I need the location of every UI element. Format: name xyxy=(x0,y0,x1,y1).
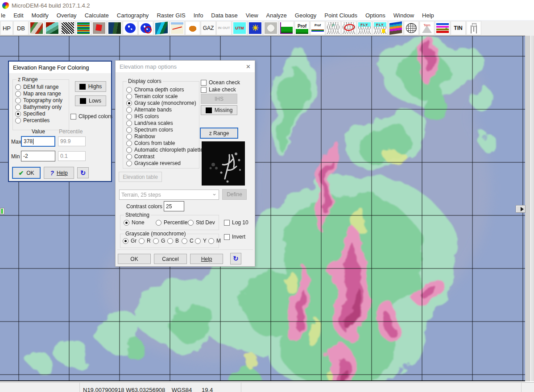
toolbar-button-wire-globe[interactable] xyxy=(404,21,419,35)
options-cancel-button[interactable]: Cancel xyxy=(154,254,187,264)
toolbar-button-gazetteer[interactable]: GAZ xyxy=(201,21,216,35)
toolbar-button-stripes[interactable] xyxy=(76,21,91,35)
toolbar-button-globe-select[interactable] xyxy=(138,21,153,35)
clipped-colors-checkbox[interactable]: Clipped colors xyxy=(70,113,112,120)
invert-checkbox[interactable]: Invert xyxy=(224,234,245,240)
menu-analyze[interactable]: Analyze xyxy=(262,11,291,20)
menu-raster-gis[interactable]: Raster GIS xyxy=(153,11,189,20)
radio-bathymetry-only[interactable]: Bathymetry only xyxy=(15,104,62,110)
radio-specified[interactable]: Specified xyxy=(15,111,45,117)
contrast-colors-input[interactable]: 25 xyxy=(164,201,184,211)
ok-button[interactable]: OK xyxy=(12,167,41,179)
toolbar-button-shapefile[interactable]: HP xyxy=(0,21,13,35)
radio-land-sea-scales[interactable]: Land/sea scales xyxy=(126,120,173,126)
radio-topography-only[interactable]: Topography only xyxy=(15,97,62,103)
menu-info[interactable]: Info xyxy=(190,11,207,20)
radio-gray-c[interactable]: C xyxy=(182,238,194,244)
menu-modify[interactable]: Modify xyxy=(28,11,53,20)
ihs-button[interactable]: IHS xyxy=(201,94,237,104)
radio-chroma-depth[interactable]: Chroma depth colors xyxy=(126,87,184,93)
options-redraw-button[interactable] xyxy=(230,253,241,264)
lake-check-checkbox[interactable]: Lake check xyxy=(201,87,236,93)
options-ok-button[interactable]: OK xyxy=(118,254,151,264)
radio-alternate-bands[interactable]: Alternate bands xyxy=(126,107,172,113)
ocean-check-checkbox[interactable]: Ocean check xyxy=(201,79,240,86)
radio-stretch-none[interactable]: None xyxy=(124,219,145,226)
radio-percentiles[interactable]: Percentiles xyxy=(15,117,50,124)
menu-view[interactable]: View xyxy=(242,11,262,20)
toolbar-button-dem-2[interactable] xyxy=(45,21,60,35)
radio-circle[interactable] xyxy=(15,104,21,110)
radio-terrain-color-scale[interactable]: Terrain color scale xyxy=(126,93,178,99)
toolbar-button-satellite[interactable] xyxy=(91,21,107,35)
toolbar-button-dem-1[interactable] xyxy=(29,21,44,35)
radio-gray-scale[interactable]: Gray scale (monochrome) xyxy=(126,100,196,106)
menu-help[interactable]: Help xyxy=(418,11,438,20)
define-button[interactable]: Define xyxy=(222,189,247,200)
menu-database[interactable]: Data base xyxy=(207,11,241,20)
toolbar-button-block-diagram[interactable] xyxy=(154,21,169,35)
radio-gray-m[interactable]: M xyxy=(208,238,221,244)
toolbar-button-photo[interactable] xyxy=(107,21,122,35)
min-value-input[interactable]: -2 xyxy=(21,151,55,161)
redraw-button[interactable] xyxy=(77,167,89,178)
toolbar-button-profile[interactable]: Prof xyxy=(294,21,310,35)
elevation-table-button[interactable]: Elevation table xyxy=(119,172,162,182)
palette-dropdown[interactable]: Terrain, 25 steps xyxy=(119,190,219,200)
toolbar-button-strata[interactable] xyxy=(388,21,403,35)
radio-contrast[interactable]: Contrast xyxy=(126,153,154,160)
radio-grayscale-reversed[interactable]: Grayscale reversed xyxy=(126,160,181,166)
menu-geology[interactable]: Geology xyxy=(291,11,320,20)
radio-circle[interactable] xyxy=(15,98,21,103)
toolbar-button-perspective[interactable]: P xyxy=(326,21,341,35)
options-help-button[interactable]: Help xyxy=(190,254,223,264)
radio-circle[interactable] xyxy=(15,118,21,124)
toolbar-button-fly-2[interactable]: FLY xyxy=(373,21,388,35)
toolbar-button-map-sheet[interactable] xyxy=(170,21,185,35)
toolbar-button-los[interactable]: LOS xyxy=(279,21,294,35)
toolbar-button-tiger[interactable] xyxy=(185,21,200,35)
menu-options[interactable]: Options xyxy=(361,11,389,20)
max-percentile-input[interactable]: 99.9 xyxy=(58,136,86,146)
toolbar-button-inout[interactable]: IN OUT xyxy=(216,21,232,35)
radio-stretch-stddev[interactable]: Std Dev xyxy=(188,219,215,226)
menu-calculate[interactable]: Calculate xyxy=(81,11,113,20)
toolbar-button-tin[interactable]: TIN xyxy=(451,21,466,35)
radio-ihs-colors[interactable]: IHS colors xyxy=(126,113,159,120)
radio-gray-gr[interactable]: Gr xyxy=(123,238,137,244)
help-button[interactable]: Help xyxy=(44,167,74,179)
z-range-button[interactable]: z Range xyxy=(200,128,238,139)
radio-circle[interactable] xyxy=(15,84,21,90)
checkbox-box[interactable] xyxy=(70,114,76,120)
radio-gray-g[interactable]: G xyxy=(153,238,165,244)
radio-rainbow[interactable]: Rainbow xyxy=(126,133,155,140)
log10-checkbox[interactable]: Log 10 xyxy=(224,219,248,226)
radio-chloropleth-palette[interactable]: Automatic chloropleth palette xyxy=(126,147,203,153)
map-scroll-strip[interactable] xyxy=(525,36,534,381)
close-icon[interactable] xyxy=(246,63,251,70)
radio-stretch-percentiles[interactable]: Percentiles xyxy=(156,219,190,226)
toolbar-button-moon[interactable] xyxy=(263,21,278,35)
radio-dem-full-range[interactable]: DEM full range xyxy=(15,84,58,90)
menu-file[interactable]: le xyxy=(0,11,9,20)
menu-point-clouds[interactable]: Point Clouds xyxy=(320,11,361,20)
radio-gray-b[interactable]: B xyxy=(167,238,179,244)
radio-circle-selected[interactable] xyxy=(15,111,21,117)
menu-cartography[interactable]: Cartography xyxy=(113,11,153,20)
toolbar-button-geology[interactable]: ℮ xyxy=(435,21,450,35)
toolbar-button-sun[interactable] xyxy=(248,21,263,35)
radio-circle[interactable] xyxy=(15,91,21,97)
toolbar-button-profile-mini[interactable]: Prof xyxy=(310,21,325,35)
toolbar-button-database[interactable]: DB xyxy=(13,21,29,35)
radio-gray-r[interactable]: R xyxy=(139,238,151,244)
menu-window[interactable]: Window xyxy=(389,11,418,20)
radio-map-area-range[interactable]: Map area range xyxy=(15,91,61,97)
radio-gray-y[interactable]: Y xyxy=(195,238,207,244)
lows-color-button[interactable]: Lows xyxy=(75,95,106,106)
toolbar-button-fly-1[interactable]: FLY xyxy=(357,21,372,35)
toolbar-button-globe[interactable] xyxy=(123,21,138,35)
missing-color-button[interactable]: Missing xyxy=(201,105,237,115)
toolbar-button-flight-path[interactable] xyxy=(341,21,356,35)
toolbar-button-survey[interactable] xyxy=(466,21,481,35)
toolbar-button-tern[interactable]: Tern xyxy=(419,21,435,35)
